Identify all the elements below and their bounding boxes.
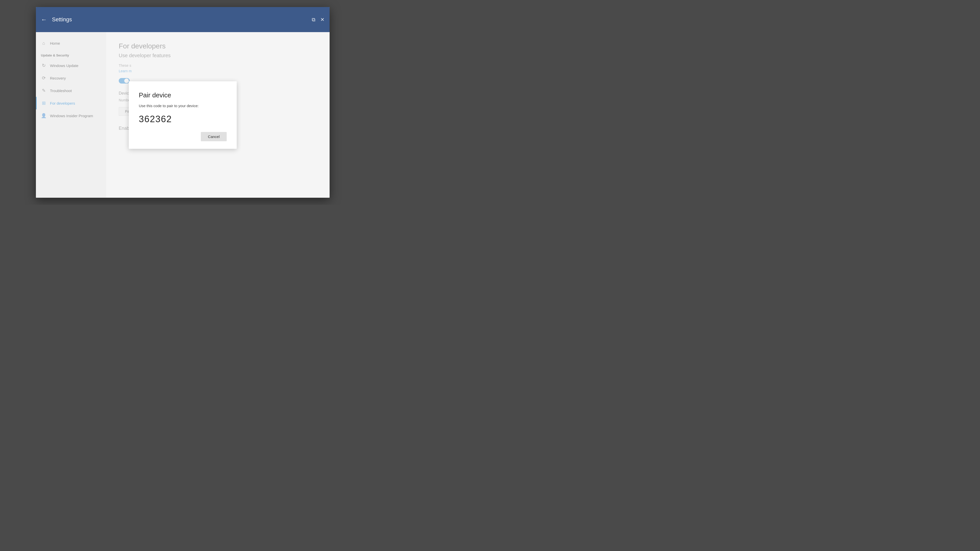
window-title: Settings [52,16,312,23]
dialog-overlay: Pair device Use this code to pair to you… [36,32,329,198]
main-layout: ⌂ Home Update & Security ↻ Windows Updat… [36,32,329,198]
back-icon: ← [41,16,47,23]
pair-code: 362362 [139,114,227,124]
dialog-title: Pair device [139,91,227,99]
back-button[interactable]: ← [41,16,47,23]
window-controls: ⧉ ✕ [312,17,325,22]
pair-device-dialog: Pair device Use this code to pair to you… [129,81,237,149]
close-button[interactable]: ✕ [320,17,325,22]
dialog-actions: Cancel [139,132,227,141]
cancel-button[interactable]: Cancel [201,132,227,141]
restore-button[interactable]: ⧉ [312,17,315,22]
dialog-subtitle: Use this code to pair to your device: [139,104,227,108]
settings-window: ← Settings ⧉ ✕ ⌂ Home Update & Security … [36,7,329,198]
titlebar: ← Settings ⧉ ✕ [36,7,329,32]
